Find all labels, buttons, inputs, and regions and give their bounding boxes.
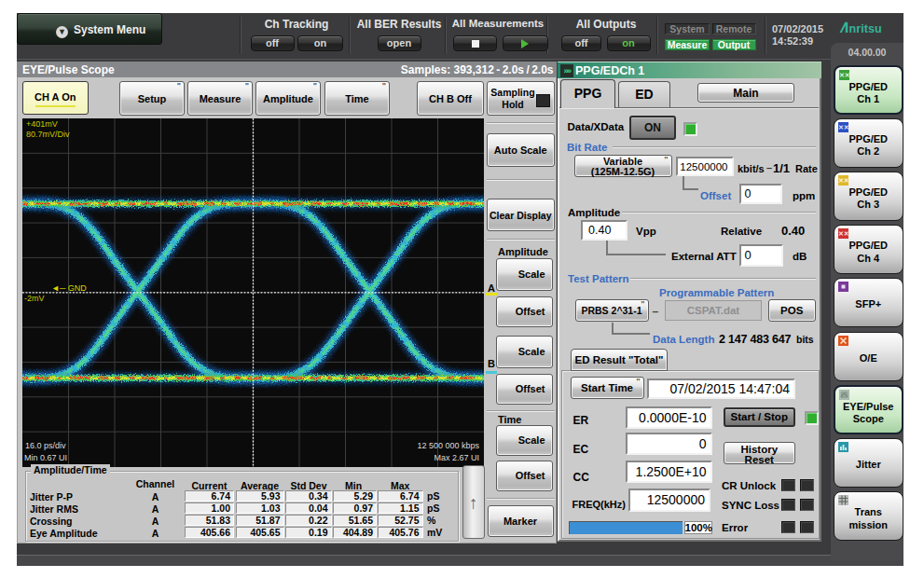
svg-text:nritsu: nritsu bbox=[849, 22, 882, 34]
